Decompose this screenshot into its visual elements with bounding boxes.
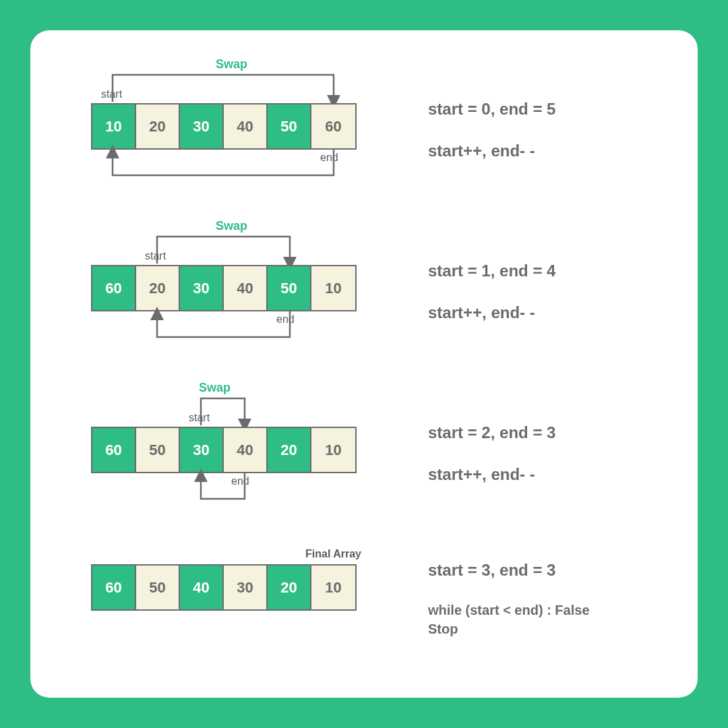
swap-bottom-arrow	[91, 310, 361, 347]
desc-line2: start++, end- -	[428, 301, 555, 324]
array-row: 10 20 30 40 50 60	[91, 103, 357, 150]
cell: 20	[268, 566, 311, 609]
cell: 20	[268, 428, 311, 472]
cell: 50	[136, 566, 180, 609]
step-1: Swap start 10 20 30 40 50 60 end start =…	[51, 57, 677, 219]
step-2: Swap start 60 20 30 40 50 10 end start =…	[51, 219, 677, 381]
cell: 10	[311, 266, 355, 310]
desc-line1: start = 3, end = 3	[428, 559, 590, 582]
step-description: start = 1, end = 4 start++, end- -	[428, 260, 555, 324]
cell: 10	[311, 428, 355, 472]
desc-line1: start = 1, end = 4	[428, 260, 555, 282]
cell: 60	[92, 566, 136, 609]
cell: 20	[136, 104, 180, 148]
swap-bottom-arrow	[91, 148, 361, 185]
desc-line2: start++, end- -	[428, 463, 555, 486]
array-row: 60 50 30 40 20 10	[91, 427, 357, 473]
cell: 50	[136, 428, 180, 472]
step-description: start = 3, end = 3 while (start < end) :…	[428, 559, 590, 638]
cell: 20	[136, 266, 180, 310]
cell: 60	[92, 428, 136, 472]
diagram-card: Swap start 10 20 30 40 50 60 end start =…	[30, 30, 698, 698]
cell: 30	[180, 266, 224, 310]
cell: 40	[224, 104, 268, 148]
step-final: Final Array 60 50 40 30 20 10 start = 3,…	[51, 543, 677, 650]
cell: 60	[92, 266, 136, 310]
swap-bottom-arrow	[91, 472, 361, 509]
cell: 10	[311, 566, 355, 609]
swap-top-arrow	[91, 230, 361, 267]
cell: 40	[224, 428, 268, 472]
cell: 50	[268, 266, 311, 310]
cell: 30	[180, 428, 224, 472]
final-array-label: Final Array	[305, 548, 361, 560]
cell: 30	[180, 104, 224, 148]
cell: 40	[180, 566, 224, 609]
cell: 60	[311, 104, 355, 148]
array-row: 60 20 30 40 50 10	[91, 265, 357, 311]
step-description: start = 0, end = 5 start++, end- -	[428, 98, 555, 162]
desc-line2: start++, end- -	[428, 140, 555, 162]
step-description: start = 2, end = 3 start++, end- -	[428, 421, 555, 485]
cell: 50	[268, 104, 311, 148]
desc-line1: start = 2, end = 3	[428, 421, 555, 444]
cell: 40	[224, 266, 268, 310]
swap-top-arrow	[91, 392, 361, 429]
swap-top-arrow	[91, 68, 361, 105]
cell: 10	[92, 104, 136, 148]
step-3: Swap start 60 50 30 40 20 10 end start =…	[51, 381, 677, 543]
desc-line1: start = 0, end = 5	[428, 98, 555, 121]
desc-line2: while (start < end) : False Stop	[428, 601, 590, 638]
cell: 30	[224, 566, 268, 609]
array-row: 60 50 40 30 20 10	[91, 564, 357, 611]
